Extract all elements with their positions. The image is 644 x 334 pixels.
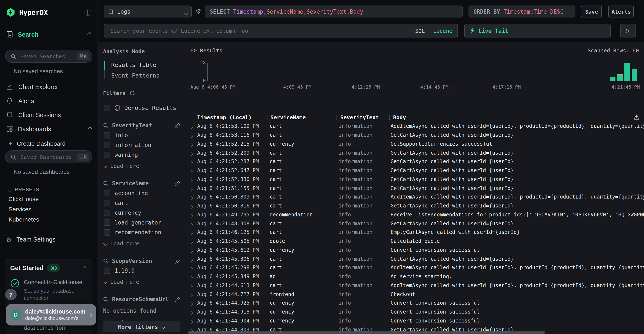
preset-item-clickhouse[interactable]: ClickHouse xyxy=(0,194,98,204)
sidebar-item-alerts[interactable]: Alerts xyxy=(0,94,98,108)
row-expand-chevron-icon[interactable] xyxy=(189,184,197,192)
chevron-up-icon[interactable] xyxy=(82,266,86,270)
lang-lucene[interactable]: Lucene xyxy=(433,28,452,34)
pin-icon[interactable] xyxy=(175,180,180,186)
get-started-step-1[interactable]: Connect to ClickHouse Set up your databa… xyxy=(10,278,87,302)
row-expand-chevron-icon[interactable] xyxy=(189,308,197,316)
table-row[interactable]: Aug 6 4:21:51.155 PM cart information Ge… xyxy=(186,184,644,193)
pin-icon[interactable] xyxy=(175,296,180,302)
filter-option[interactable]: info xyxy=(104,132,180,138)
column-header-body[interactable]: Body xyxy=(393,114,644,120)
row-expand-chevron-icon[interactable] xyxy=(189,317,197,325)
row-expand-chevron-icon[interactable] xyxy=(189,290,197,298)
save-button[interactable]: Save xyxy=(581,6,602,18)
table-row[interactable]: Aug 6 4:21:50.809 PM cart information Ad… xyxy=(186,192,644,202)
event-search-input[interactable] xyxy=(110,27,411,34)
table-row[interactable]: Aug 6 4:21:45.505 PM quote info Calculat… xyxy=(186,237,644,246)
row-expand-chevron-icon[interactable] xyxy=(189,149,197,157)
column-drag-handle-icon[interactable] xyxy=(267,115,268,120)
load-more-button[interactable]: Load more xyxy=(104,240,180,247)
results-histogram[interactable]: 28 0 Aug 6 4:06:45 PM 4:09:45 PM 4:12:15… xyxy=(189,59,640,90)
checkbox[interactable] xyxy=(104,190,110,196)
table-row[interactable]: Aug 6 4:21:53.109 PM cart information Ad… xyxy=(186,122,644,131)
filter-option[interactable]: accounting xyxy=(104,190,180,196)
table-row[interactable]: Aug 6 4:21:52.647 PM cart information Ge… xyxy=(186,166,644,175)
row-expand-chevron-icon[interactable] xyxy=(189,122,197,130)
event-search-bar[interactable]: SQL|Lucene xyxy=(104,24,458,38)
saved-dashboards-field[interactable] xyxy=(20,153,73,160)
checkbox[interactable] xyxy=(104,229,110,236)
gear-icon[interactable]: ⚙ xyxy=(196,8,201,15)
row-expand-chevron-icon[interactable] xyxy=(189,193,197,201)
search-icon[interactable] xyxy=(103,296,108,302)
table-row[interactable]: Aug 6 4:21:45.306 PM cart information Ge… xyxy=(186,254,644,264)
checkbox[interactable] xyxy=(104,220,110,226)
filter-option[interactable]: recommendation xyxy=(104,229,180,236)
table-row[interactable]: Aug 6 4:21:44.918 PM currency info Conve… xyxy=(186,308,644,316)
column-header-servicename[interactable]: ServiceName xyxy=(270,114,334,120)
preset-item-services[interactable]: Services xyxy=(0,204,98,214)
checkbox[interactable] xyxy=(104,142,110,148)
pin-icon[interactable] xyxy=(175,122,180,128)
sidebar-item-client-sessions[interactable]: Client Sessions xyxy=(0,108,98,122)
load-more-button[interactable]: Load more xyxy=(104,278,180,285)
live-tail-button[interactable]: Live Tail xyxy=(464,24,611,38)
row-expand-chevron-icon[interactable] xyxy=(189,282,197,290)
query-language-toggle[interactable]: SQL|Lucene xyxy=(415,28,452,34)
create-dashboard-button[interactable]: + Create Dashboard xyxy=(0,136,98,149)
select-query-input[interactable]: SELECT Timestamp,ServiceName,SeverityTex… xyxy=(205,6,463,18)
refresh-icon[interactable] xyxy=(129,90,135,96)
horizontal-scrollbar[interactable] xyxy=(188,332,545,334)
row-expand-chevron-icon[interactable] xyxy=(189,272,197,280)
search-icon[interactable] xyxy=(103,258,108,264)
table-row[interactable]: Aug 6 4:21:46.125 PM cart information Em… xyxy=(186,228,644,237)
column-header-severitytext[interactable]: SeverityText xyxy=(340,114,387,120)
source-select[interactable]: Logs xyxy=(104,6,192,18)
download-icon[interactable] xyxy=(633,114,640,120)
table-row[interactable]: Aug 6 4:21:52.830 PM cart information Ge… xyxy=(186,175,644,184)
load-more-button[interactable]: Load more xyxy=(104,163,180,169)
column-drag-handle-icon[interactable] xyxy=(389,115,391,120)
checkbox[interactable] xyxy=(104,152,110,158)
row-expand-chevron-icon[interactable] xyxy=(189,220,197,228)
filter-option[interactable]: warning xyxy=(104,152,180,158)
mode-results-table[interactable]: Results Table xyxy=(111,61,160,68)
table-row[interactable]: Aug 6 4:21:52.287 PM cart information Ge… xyxy=(186,157,644,166)
lang-sql[interactable]: SQL xyxy=(415,28,425,34)
row-expand-chevron-icon[interactable] xyxy=(189,237,197,245)
alerts-button[interactable]: Alerts xyxy=(608,6,634,18)
filter-option[interactable]: 1.19.0 xyxy=(104,268,180,274)
row-expand-chevron-icon[interactable] xyxy=(189,211,197,219)
denoise-results-option[interactable]: Denoise Results xyxy=(104,104,180,111)
row-expand-chevron-icon[interactable] xyxy=(189,140,197,148)
table-row[interactable]: Aug 6 4:21:44.727 PM frontend info Check… xyxy=(186,290,644,299)
table-row[interactable]: Aug 6 4:21:50.816 PM cart information Ge… xyxy=(186,202,644,210)
filter-option[interactable]: information xyxy=(104,142,180,148)
sidebar-item-team-settings[interactable]: ⚙ Team Settings xyxy=(0,230,98,249)
checkbox[interactable] xyxy=(104,210,110,216)
table-row[interactable]: Aug 6 4:21:44.925 PM currency info Conve… xyxy=(186,299,644,308)
column-drag-handle-icon[interactable] xyxy=(336,115,338,120)
saved-dashboards-input[interactable]: ⌘K xyxy=(5,150,92,163)
filter-option[interactable]: currency xyxy=(104,210,180,216)
filter-option[interactable]: cart xyxy=(104,200,180,206)
checkbox[interactable] xyxy=(104,268,110,274)
search-icon[interactable] xyxy=(103,181,108,186)
orderby-input[interactable]: ORDER BY TimestampTime DESC xyxy=(469,6,576,18)
table-row[interactable]: Aug 6 4:21:48.308 PM cart information Ge… xyxy=(186,219,644,228)
sidebar-collapse-icon[interactable] xyxy=(84,9,92,16)
run-query-button[interactable]: ▷ xyxy=(620,24,636,38)
sidebar-item-search[interactable]: Search xyxy=(0,25,98,44)
help-button[interactable]: ? xyxy=(5,289,16,300)
sidebar-item-dashboards[interactable]: Dashboards xyxy=(0,122,98,136)
row-expand-chevron-icon[interactable] xyxy=(189,264,197,272)
row-expand-chevron-icon[interactable] xyxy=(189,131,197,139)
pin-icon[interactable] xyxy=(175,258,180,264)
more-filters-button[interactable]: More filters xyxy=(103,321,180,332)
filter-option[interactable]: load-generator xyxy=(104,220,180,226)
search-icon[interactable] xyxy=(103,123,108,128)
preset-item-kubernetes[interactable]: Kubernetes xyxy=(0,214,98,224)
table-row[interactable]: Aug 6 4:21:45.298 PM cart information Ad… xyxy=(186,263,644,272)
row-expand-chevron-icon[interactable] xyxy=(189,158,197,166)
saved-searches-field[interactable] xyxy=(20,52,73,60)
